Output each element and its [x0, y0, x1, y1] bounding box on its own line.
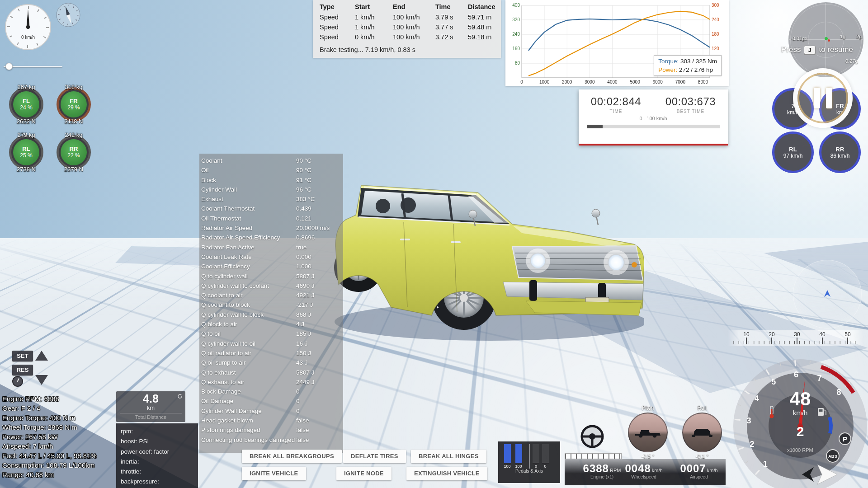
camera-nav-arrows	[796, 462, 850, 487]
torque-tooltip-value: 303 / 325 Nm	[680, 58, 717, 65]
pedals-title: Pedals & Axis	[498, 469, 560, 474]
speed-display: 48	[790, 388, 811, 409]
wheelspeed-digital-label: Wheelspeed	[619, 474, 669, 479]
svg-text:4: 4	[755, 394, 759, 403]
thermal-row: Q cylinder wall to coolant4690 J	[199, 281, 343, 291]
timer-progress	[587, 125, 720, 128]
col-time: Time	[429, 1, 461, 12]
thermal-row: Oil Thermostat0.121	[199, 214, 343, 223]
pause-icon	[826, 88, 832, 108]
stat-line: Airspeed: 7 km/h	[2, 441, 97, 451]
power-tooltip-value: 272 / 276 hp	[679, 66, 713, 73]
svg-text:80: 80	[515, 61, 520, 66]
odometer-reset-icon[interactable]	[177, 393, 183, 401]
thermal-row: Radiator Air Speed Efficiency0.8696	[199, 233, 343, 242]
resume-hint-suffix: to resume	[819, 45, 853, 54]
mini-speedometer: 0 km/h	[4, 3, 52, 52]
debug-line: boost: PSI	[121, 436, 193, 446]
wheelspeed-value: 86 km/h	[830, 153, 850, 159]
tire-widget-rr: 242 kg RR 22 % 2379 N	[53, 131, 94, 173]
thermal-row: Piston rings damagedfalse	[199, 425, 343, 435]
g-marker	[825, 37, 828, 40]
svg-text:240: 240	[512, 32, 520, 37]
fuel-level-arc	[830, 417, 831, 433]
torque-tooltip-label: Torque:	[658, 58, 679, 65]
tire-ring: FR 29 %	[57, 87, 91, 122]
abs-badge: ABS	[828, 454, 837, 459]
svg-text:3: 3	[747, 416, 751, 425]
stat-line: Power: 267.58 kW	[2, 432, 97, 441]
tire-corner-label: FL	[23, 98, 30, 104]
svg-text:240: 240	[712, 17, 719, 22]
tire-grip-percent: 24 %	[20, 104, 32, 111]
col-type: Type	[313, 1, 348, 12]
thermal-row: Q coolant to block-217 J	[199, 300, 343, 310]
svg-text:8000: 8000	[698, 80, 708, 84]
odometer-label: Total Distance	[120, 413, 182, 420]
cruise-set-button[interactable]: SET	[12, 351, 33, 361]
break-all-hinges-button[interactable]: BREAK ALL HINGES	[411, 450, 486, 463]
lap-timer: 00:02:844 TIME 00:03:673 BEST TIME 0 - 1…	[579, 89, 728, 145]
graph-tooltip: Torque: 303 / 325 Nm Power: 272 / 276 hp	[654, 55, 722, 76]
test-results-table: Type Start End Time Distance Speed1 km/h…	[313, 1, 501, 42]
thermal-row: Cylinder Wall96 °C	[199, 185, 343, 194]
slider-knob[interactable]	[5, 63, 13, 70]
camera-slider[interactable]	[4, 62, 63, 70]
test-results-header: Type Start End Time Distance	[313, 1, 501, 12]
current-time-label: TIME	[591, 109, 641, 114]
next-arrow[interactable]	[817, 465, 837, 484]
pause-button[interactable]	[793, 68, 853, 128]
cruise-res-button[interactable]: RES	[12, 365, 33, 375]
extinguish-vehicle-button[interactable]: EXTINGUISH VEHICLE	[406, 467, 487, 480]
break-all-breakgroups-button[interactable]: BREAK ALL BREAKGROUPS	[242, 450, 342, 463]
svg-text:20: 20	[769, 331, 775, 338]
pedal-column: 0	[529, 444, 538, 469]
cruise-gauge-icon	[12, 376, 23, 387]
thermal-row: Coolant90 °C	[199, 156, 343, 165]
digital-readouts: 6388RPM Engine (x1) 0048km/h Wheelspeed …	[565, 459, 726, 485]
wheelspeed-rl: RL 97 km/h	[772, 131, 814, 173]
thermal-row: Q oil sump to air43 J	[199, 358, 343, 367]
tire-force: 2622 N	[5, 118, 47, 125]
cruise-down-arrow[interactable]	[35, 375, 48, 385]
stat-line: Engine Torque: 400 N m	[2, 413, 97, 422]
wheelspeed-digital-value: 0048	[625, 462, 651, 474]
rpm-value: 6388	[583, 462, 609, 474]
svg-text:50: 50	[844, 331, 851, 338]
tire-weight: 279 kg	[5, 131, 47, 138]
nav-arrow-icon	[823, 290, 831, 298]
svg-text:5000: 5000	[630, 80, 640, 84]
best-time-label: BEST TIME	[665, 109, 716, 114]
tire-corner-label: RR	[70, 146, 78, 152]
deflate-tires-button[interactable]: DEFLATE TIRES	[343, 450, 406, 463]
svg-text:5: 5	[771, 377, 776, 386]
svg-text:4000: 4000	[607, 80, 618, 84]
steering-wheel-icon	[580, 424, 604, 449]
thermal-row: Q to cylinder wall5807 J	[199, 272, 343, 281]
ignite-node-button[interactable]: IGNITE NODE	[336, 467, 392, 480]
tire-widget-fr: 318 kg FR 29 % 3118 N	[53, 84, 94, 125]
pedals-panel: 10010000 Pedals & Axis	[498, 441, 560, 483]
odometer: 4.8 km Total Distance	[116, 391, 185, 422]
col-end: End	[386, 1, 429, 12]
thermal-row: Q cylinder wall to oil16 J	[199, 339, 343, 348]
parking-brake-badge: P	[843, 435, 847, 443]
test-results-body: Speed1 km/h100 km/h3.79 s59.71 mSpeed1 k…	[313, 12, 501, 42]
g-marker-secondary	[828, 39, 830, 42]
svg-text:6: 6	[794, 370, 798, 379]
pedal-column: 0	[541, 444, 550, 469]
cruise-up-arrow[interactable]	[35, 351, 48, 361]
prev-arrow[interactable]	[802, 467, 814, 482]
best-time: 00:03:673	[665, 95, 716, 108]
speed-unit: km/h	[793, 409, 808, 417]
thermal-rows: Coolant90 °COil90 °CBlock91 °CCylinder W…	[199, 156, 343, 445]
ignite-vehicle-button[interactable]: IGNITE VEHICLE	[242, 467, 306, 480]
wheelspeed-label: RL	[789, 146, 797, 153]
thermal-row: Connecting rod bearings damagedfalse	[199, 435, 343, 445]
svg-text:2: 2	[750, 440, 754, 449]
pedal-bars: 10010000	[498, 441, 560, 469]
brake-test-status: Brake testing... 7.19 km/h, 0.83 s	[313, 42, 501, 53]
test-result-row: Speed1 km/h100 km/h3.79 s59.71 m	[313, 12, 501, 22]
speedo-value: 0 km/h	[21, 35, 35, 40]
svg-text:30: 30	[794, 331, 800, 338]
